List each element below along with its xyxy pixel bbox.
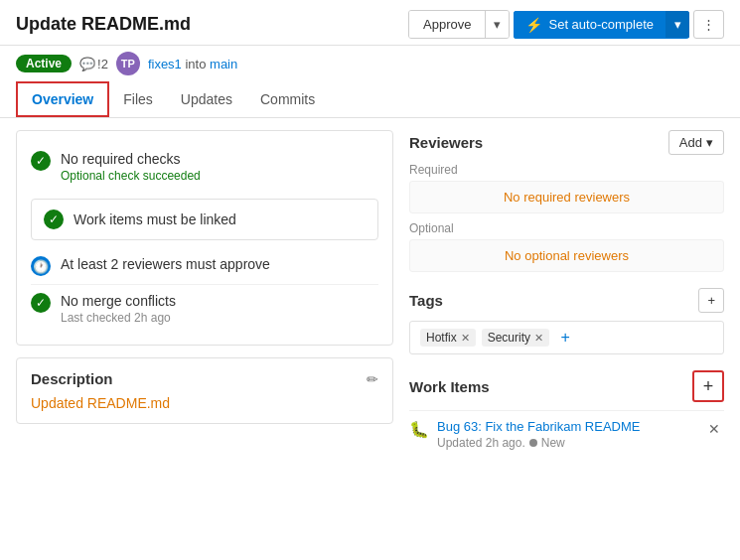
header-actions: Approve ▾ ⚡ Set auto-complete ▾ ⋮	[408, 10, 724, 39]
lightning-icon: ⚡	[525, 17, 542, 33]
tag-security-label: Security	[488, 331, 530, 345]
optional-label: Optional	[409, 221, 724, 235]
work-item-row: 🐛 Bug 63: Fix the Fabrikam README Update…	[409, 410, 724, 458]
reviewers-section: Reviewers Add ▾ Required No required rev…	[409, 130, 724, 272]
check-item-merge-conflicts: ✓ No merge conflicts Last checked 2h ago	[31, 284, 378, 333]
add-reviewer-button[interactable]: Add ▾	[668, 130, 724, 155]
add-tag-plus-icon: +	[707, 293, 715, 308]
comment-icon: 💬	[79, 57, 95, 71]
description-text: Updated README.md	[31, 395, 378, 411]
page-title: Update README.md	[16, 14, 398, 35]
check-title-2: Work items must be linked	[74, 211, 236, 227]
check-icon-green-3: ✓	[31, 293, 51, 313]
tags-header: Tags +	[409, 288, 724, 313]
tag-security: Security ✕	[482, 329, 549, 347]
optional-empty: No optional reviewers	[409, 239, 724, 272]
work-item-left: 🐛 Bug 63: Fix the Fabrikam README Update…	[409, 419, 640, 450]
work-item-remove-button[interactable]: ✕	[704, 419, 724, 439]
avatar: TP	[116, 52, 140, 75]
description-title: Description	[31, 370, 113, 387]
tag-security-remove[interactable]: ✕	[534, 332, 543, 345]
check-text: No required checks Optional check succee…	[61, 151, 201, 183]
work-item-meta: Updated 2h ago. New	[437, 436, 640, 450]
tag-hotfix: Hotfix ✕	[420, 329, 476, 347]
required-label: Required	[409, 163, 724, 177]
check-title: No required checks	[61, 151, 201, 167]
add-work-item-button[interactable]: +	[692, 370, 724, 402]
tag-hotfix-label: Hotfix	[426, 331, 457, 345]
reviewers-title: Reviewers	[409, 134, 483, 151]
tabs-bar: Overview Files Updates Commits	[0, 81, 740, 118]
tag-add-inline-button[interactable]: +	[555, 328, 575, 348]
add-reviewer-arrow-icon: ▾	[706, 135, 713, 150]
comment-count: 💬 !2	[79, 57, 108, 71]
tags-section: Tags + Hotfix ✕ Security ✕ +	[409, 288, 724, 354]
left-panel: ✓ No required checks Optional check succ…	[16, 130, 393, 424]
check-icon-clock: 🕐	[31, 256, 51, 276]
tab-commits[interactable]: Commits	[246, 81, 329, 117]
branch-into-text: into	[185, 57, 210, 71]
approve-button[interactable]: Approve	[409, 11, 485, 38]
tags-container: Hotfix ✕ Security ✕ +	[409, 321, 724, 354]
check-item-work-items: ✓ Work items must be linked	[31, 199, 378, 240]
more-options-button[interactable]: ⋮	[693, 10, 724, 39]
autocomplete-button-group: ⚡ Set auto-complete ▾	[514, 11, 689, 39]
branch-info: fixes1 into main	[148, 57, 237, 71]
tab-overview[interactable]: Overview	[16, 81, 109, 117]
check-item-no-required: ✓ No required checks Optional check succ…	[31, 143, 378, 191]
branch-target: main	[210, 57, 237, 71]
check-title-3: At least 2 reviewers must approve	[61, 256, 270, 272]
required-empty: No required reviewers	[409, 181, 724, 213]
work-item-status: New	[541, 436, 565, 450]
approve-dropdown-button[interactable]: ▾	[485, 11, 509, 38]
tag-hotfix-remove[interactable]: ✕	[461, 332, 470, 345]
edit-icon[interactable]: ✏	[367, 371, 378, 387]
checks-card: ✓ No required checks Optional check succ…	[16, 130, 393, 346]
description-header: Description ✏	[31, 370, 378, 387]
main-content: ✓ No required checks Optional check succ…	[0, 118, 740, 486]
autocomplete-dropdown-button[interactable]: ▾	[666, 11, 689, 38]
check-title-4: No merge conflicts	[61, 293, 176, 309]
branch-source: fixes1	[148, 57, 182, 71]
right-panel: Reviewers Add ▾ Required No required rev…	[409, 130, 724, 474]
check-item-reviewers: 🕐 At least 2 reviewers must approve	[31, 248, 378, 284]
tags-title: Tags	[409, 292, 443, 309]
work-item-updated: Updated 2h ago.	[437, 436, 525, 450]
approve-button-group: Approve ▾	[408, 10, 510, 39]
tab-updates[interactable]: Updates	[167, 81, 246, 117]
check-text-4: No merge conflicts Last checked 2h ago	[61, 293, 176, 325]
add-work-item-icon: +	[703, 376, 714, 397]
reviewers-header: Reviewers Add ▾	[409, 130, 724, 155]
check-icon-green-2: ✓	[44, 210, 64, 229]
check-text-3: At least 2 reviewers must approve	[61, 256, 270, 272]
description-card: Description ✏ Updated README.md	[16, 357, 393, 424]
sub-header: Active 💬 !2 TP fixes1 into main	[0, 46, 740, 81]
page-header: Update README.md Approve ▾ ⚡ Set auto-co…	[0, 0, 740, 46]
work-item-info: Bug 63: Fix the Fabrikam README Updated …	[437, 419, 640, 450]
work-item-status-dot	[529, 439, 537, 447]
work-items-section: Work Items + 🐛 Bug 63: Fix the Fabrikam …	[409, 370, 724, 458]
work-item-title[interactable]: Bug 63: Fix the Fabrikam README	[437, 419, 640, 434]
add-tag-button[interactable]: +	[698, 288, 724, 313]
add-reviewer-label: Add	[679, 135, 702, 150]
check-icon-green: ✓	[31, 151, 51, 171]
work-items-header: Work Items +	[409, 370, 724, 402]
active-badge: Active	[16, 55, 72, 72]
autocomplete-button[interactable]: ⚡ Set auto-complete	[514, 11, 666, 39]
tab-files[interactable]: Files	[109, 81, 167, 117]
check-subtitle-4: Last checked 2h ago	[61, 311, 176, 325]
check-subtitle: Optional check succeeded	[61, 169, 201, 183]
work-items-title: Work Items	[409, 378, 490, 395]
work-item-bug-icon: 🐛	[409, 420, 429, 439]
